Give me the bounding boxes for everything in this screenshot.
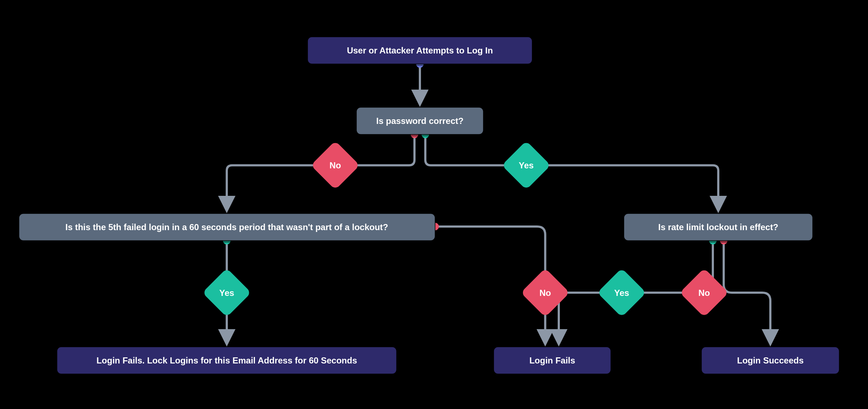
svg-text:Is password correct?: Is password correct? xyxy=(376,116,463,126)
label-no-q-pwd: No xyxy=(311,141,360,190)
node-q-5th: Is this the 5th failed login in a 60 sec… xyxy=(19,214,435,243)
svg-text:User or Attacker Attempts to L: User or Attacker Attempts to Log In xyxy=(347,46,493,55)
node-q-pwd: Is password correct? xyxy=(357,107,484,137)
svg-text:No: No xyxy=(540,288,551,298)
label-yes-q-lockout: Yes xyxy=(597,268,646,317)
label-yes-q-5th: Yes xyxy=(202,268,251,317)
node-end-succeeds: Login Succeeds xyxy=(702,347,839,376)
svg-text:No: No xyxy=(329,160,341,170)
node-end-fails: Login Fails xyxy=(494,347,611,376)
edge-start-to-q-pwd xyxy=(416,60,424,104)
svg-text:Yes: Yes xyxy=(519,160,533,170)
svg-text:Login Succeeds: Login Succeeds xyxy=(737,356,804,365)
node-q-lockout: Is rate limit lockout in effect? xyxy=(624,214,813,243)
label-no-q-5th: No xyxy=(521,268,570,317)
svg-text:Yes: Yes xyxy=(219,288,234,298)
svg-text:Yes: Yes xyxy=(614,288,629,298)
node-start: User or Attacker Attempts to Log In xyxy=(308,37,532,66)
svg-text:No: No xyxy=(698,288,710,298)
node-end-lock: Login Fails. Lock Logins for this Email … xyxy=(57,347,397,376)
edge-q-lockout-no-to-end-succeeds xyxy=(720,237,771,344)
login-rate-limit-flowchart: No Yes Yes No Yes No User or Attacker At… xyxy=(0,0,868,409)
svg-text:Login Fails: Login Fails xyxy=(529,356,575,365)
edge-q-5th-no-to-end-fails xyxy=(431,223,545,344)
label-no-q-lockout: No xyxy=(680,268,729,317)
edge-q-pwd-yes-to-q-lockout xyxy=(422,131,719,211)
label-yes-q-pwd: Yes xyxy=(502,141,551,190)
svg-text:Is rate limit lockout in effec: Is rate limit lockout in effect? xyxy=(658,222,778,232)
svg-text:Login Fails. Lock Logins for t: Login Fails. Lock Logins for this Email … xyxy=(97,356,357,365)
svg-text:Is this the 5th failed login i: Is this the 5th failed login in a 60 sec… xyxy=(65,222,388,232)
